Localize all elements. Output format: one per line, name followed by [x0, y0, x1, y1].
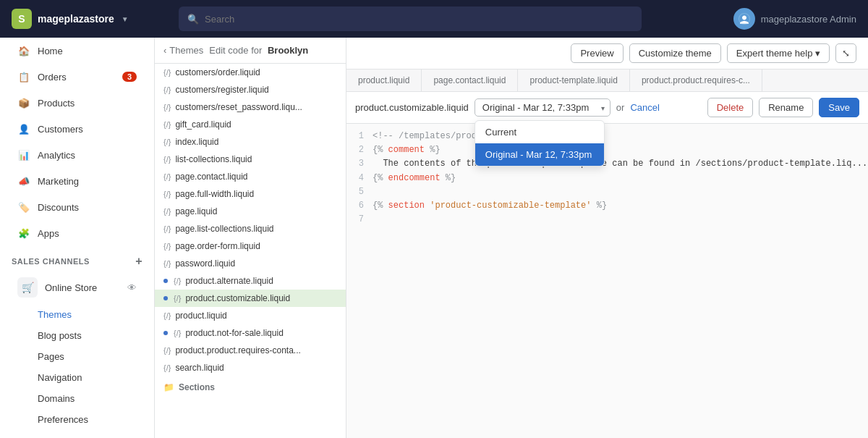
file-item-product-liquid[interactable]: {/} product.liquid [155, 307, 346, 324]
eye-icon[interactable]: 👁 [127, 282, 137, 293]
main-layout: 🏠 Home 📋 Orders 3 📦 Products 👤 Customers… [0, 38, 868, 438]
sidebar-item-online-store[interactable]: 🛒 Online Store 👁 [6, 271, 148, 303]
folder-icon: 📁 [163, 382, 174, 392]
sidebar-sub-navigation[interactable]: Navigation [6, 368, 148, 387]
sidebar-item-apps[interactable]: 🧩 Apps [6, 221, 148, 245]
file-item-product-requires-contact[interactable]: {/} product.product.requires-conta... [155, 342, 346, 359]
file-item-list-collections[interactable]: {/} list-collections.liquid [155, 151, 346, 168]
dropdown-option-original[interactable]: Original - Mar 12, 7:33pm [475, 143, 604, 166]
expand-icon: ⤡ [842, 48, 850, 59]
orders-icon: 📋 [17, 70, 30, 83]
code-line-3: 3 The contents of the product.liquid tem… [346, 157, 868, 171]
dropdown-option-current[interactable]: Current [475, 121, 604, 143]
modified-dot-icon [163, 279, 168, 283]
expand-button[interactable]: ⤡ [835, 43, 856, 63]
top-nav: S mageplazastore ▼ 🔍 mageplazastore Admi… [0, 0, 868, 38]
expert-help-button[interactable]: Expert theme help ▾ [727, 43, 830, 63]
search-input[interactable] [205, 14, 633, 25]
file-tag-icon: {/} [163, 311, 171, 320]
file-item-page-order-form[interactable]: {/} page.order-form.liquid [155, 237, 346, 255]
sidebar-sub-themes[interactable]: Themes [6, 305, 148, 324]
sidebar-sub-domains[interactable]: Domains [6, 389, 148, 408]
file-tag-icon: {/} [163, 190, 171, 198]
sidebar-label-home: Home [38, 46, 63, 56]
tab-product-template[interactable]: product-template.liquid [518, 70, 629, 91]
file-name-label: product.customizable.liquid [355, 102, 469, 113]
sidebar-sub-pages[interactable]: Pages [6, 347, 148, 366]
file-item-customers-order[interactable]: {/} customers/order.liquid [155, 64, 346, 81]
sidebar-label-analytics: Analytics [38, 150, 75, 161]
sidebar-item-customers[interactable]: 👤 Customers [6, 117, 148, 141]
file-item-index[interactable]: {/} index.liquid [155, 133, 346, 151]
code-line-1: 1 <!-- /templates/prod... [346, 130, 868, 143]
top-nav-right: mageplazastore Admin [733, 8, 856, 30]
delete-button[interactable]: Delete [707, 98, 754, 117]
top-bar-actions: Preview Customize theme Expert theme hel… [571, 43, 856, 63]
add-channel-icon[interactable]: + [135, 255, 142, 268]
sidebar-sub-blog-posts[interactable]: Blog posts [6, 326, 148, 345]
customize-theme-button[interactable]: Customize theme [629, 43, 721, 63]
modified-dot-icon [163, 296, 168, 300]
back-label: Themes [169, 45, 203, 56]
file-tag-icon: {/} [163, 346, 171, 355]
file-item-page[interactable]: {/} page.liquid [155, 203, 346, 220]
file-tag-icon: {/} [163, 68, 171, 77]
shopify-icon: S [12, 9, 32, 29]
file-tag-icon: {/} [163, 207, 171, 216]
file-item-page-list-collections[interactable]: {/} page.list-collections.liquid [155, 220, 346, 237]
channel-name-online-store: Online Store [45, 282, 97, 293]
apps-icon: 🧩 [17, 227, 30, 240]
sidebar-item-discounts[interactable]: 🏷️ Discounts [6, 195, 148, 219]
sidebar-label-apps: Apps [38, 228, 59, 239]
sidebar-label-products: Products [38, 98, 75, 109]
preview-button[interactable]: Preview [571, 43, 623, 63]
sidebar-sub-preferences[interactable]: Preferences [6, 410, 148, 429]
tab-product-requires[interactable]: product.product.requires-c... [630, 70, 762, 91]
editor-tabs: product.liquid page.contact.liquid produ… [346, 70, 868, 92]
modified-dot-icon [163, 331, 168, 335]
file-item-customers-register[interactable]: {/} customers/register.liquid [155, 81, 346, 98]
back-button[interactable]: ‹ Themes [163, 45, 203, 56]
sections-header[interactable]: 📁 Sections [155, 376, 346, 395]
search-bar[interactable]: 🔍 [179, 7, 642, 31]
file-item-page-contact[interactable]: {/} page.contact.liquid [155, 168, 346, 185]
sidebar-item-home[interactable]: 🏠 Home [6, 38, 148, 63]
tab-page-contact[interactable]: page.contact.liquid [422, 70, 518, 91]
save-button[interactable]: Save [819, 98, 859, 117]
sidebar-item-marketing[interactable]: 📣 Marketing [6, 169, 148, 193]
sales-channels-label: SALES CHANNELS [12, 257, 90, 266]
version-select[interactable]: Current Original - Mar 12, 7:33pm [475, 98, 610, 117]
sales-channels-section: SALES CHANNELS + [0, 246, 154, 271]
edit-code-label: Edit code for Brooklyn [209, 45, 308, 56]
file-tag-icon: {/} [163, 363, 171, 372]
file-tag-icon: {/} [163, 85, 171, 94]
file-item-product-not-for-sale[interactable]: {/} product.not-for-sale.liquid [155, 324, 346, 342]
file-version-bar: product.customizable.liquid Current Orig… [346, 92, 868, 124]
file-item-search[interactable]: {/} search.liquid [155, 359, 346, 376]
version-dropdown[interactable]: Current Original - Mar 12, 7:33pm [475, 120, 605, 167]
file-item-product-customizable[interactable]: {/} product.customizable.liquid [155, 290, 346, 307]
version-select-wrap[interactable]: Current Original - Mar 12, 7:33pm ▾ Curr… [475, 98, 610, 117]
cancel-link[interactable]: Cancel [630, 102, 659, 113]
store-logo[interactable]: S mageplazastore ▼ [12, 9, 129, 29]
file-item-password[interactable]: {/} password.liquid [155, 255, 346, 272]
file-item-customers-reset[interactable]: {/} customers/reset_password.liqu... [155, 98, 346, 116]
top-actions-bar: Preview Customize theme Expert theme hel… [346, 38, 868, 70]
marketing-icon: 📣 [17, 174, 30, 188]
or-text: or [616, 102, 625, 113]
file-item-page-full-width[interactable]: {/} page.full-width.liquid [155, 185, 346, 203]
chevron-down-icon: ▾ [815, 48, 820, 59]
rename-button[interactable]: Rename [759, 98, 813, 117]
code-line-6: 6 {% section 'product-customizable-templ… [346, 199, 868, 213]
sidebar-item-products[interactable]: 📦 Products [6, 90, 148, 115]
file-item-product-alternate[interactable]: {/} product.alternate.liquid [155, 272, 346, 290]
file-tree-scroll[interactable]: {/} customers/order.liquid {/} customers… [155, 64, 346, 438]
file-tree-panel: ‹ Themes Edit code for Brooklyn {/} cust… [155, 38, 346, 438]
file-tree-header: ‹ Themes Edit code for Brooklyn [155, 38, 346, 64]
code-area[interactable]: 1 <!-- /templates/prod... 2 {% comment %… [346, 124, 868, 438]
sidebar-item-orders[interactable]: 📋 Orders 3 [6, 64, 148, 89]
sidebar-item-analytics[interactable]: 📊 Analytics [6, 143, 148, 167]
tab-product-liquid[interactable]: product.liquid [346, 70, 422, 91]
code-line-7: 7 [346, 213, 868, 227]
file-item-gift-card[interactable]: {/} gift_card.liquid [155, 116, 346, 133]
